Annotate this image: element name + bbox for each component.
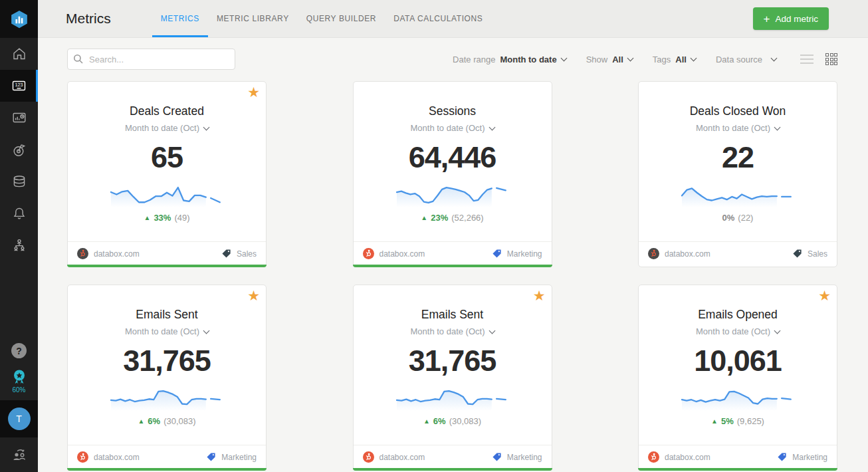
sidebar-item-home[interactable]	[0, 38, 38, 70]
chevron-down-icon	[771, 55, 778, 61]
card-footer: databox.com Marketing	[354, 241, 552, 267]
hubspot-icon	[363, 248, 374, 259]
source-label: databox.com	[94, 453, 140, 462]
chevron-down-icon	[627, 55, 633, 61]
filter-bar: Date range Month to date Show All Tags A…	[67, 49, 837, 70]
tag-label: Marketing	[507, 453, 542, 462]
tag-label: Sales	[808, 249, 827, 259]
tab-metric-library[interactable]: METRIC LIBRARY	[208, 0, 298, 37]
favorite-star-icon[interactable]: ★	[533, 288, 546, 304]
metric-card[interactable]: ★ Deals Closed Won Month to date (Oct) 2…	[638, 81, 837, 267]
top-bar: Metrics METRICS METRIC LIBRARY QUERY BUI…	[38, 0, 868, 38]
hubspot-icon	[77, 451, 88, 463]
sidebar-item-benchmarks[interactable]	[0, 229, 38, 261]
add-metric-button[interactable]: + Add metric	[753, 7, 829, 30]
tag-icon	[777, 452, 787, 462]
period-dropdown[interactable]: Month to date (Oct)	[696, 123, 780, 133]
favorite-star-icon[interactable]: ★	[818, 288, 831, 304]
metric-card[interactable]: ★ Sessions Month to date (Oct) 64,446 ▲ …	[353, 81, 552, 267]
progress-percent: 60%	[12, 386, 25, 394]
metric-title: Deals Created	[130, 104, 204, 118]
delta-row: ▲ 23% (52,266)	[421, 213, 483, 223]
achievement-badge[interactable]: 60%	[11, 369, 27, 394]
delta-previous-value: (49)	[174, 213, 189, 223]
metric-value: 65	[151, 141, 183, 174]
data-source-info: databox.com	[648, 451, 710, 463]
databox-logo-icon	[9, 9, 29, 29]
sparkline-chart	[394, 181, 511, 209]
data-source-info: databox.com	[363, 248, 425, 259]
account-switch[interactable]	[11, 437, 28, 472]
sidebar-item-alerts[interactable]	[0, 197, 38, 229]
chevron-down-icon	[203, 327, 210, 334]
chevron-down-icon	[774, 124, 781, 130]
tag[interactable]: Marketing	[206, 452, 257, 462]
card-accent-bar	[67, 265, 267, 267]
achievement-badge-icon	[11, 369, 27, 385]
avatar-block: T	[0, 400, 38, 437]
sidebar-item-data-manager[interactable]	[0, 166, 38, 197]
tag[interactable]: Sales	[792, 249, 827, 259]
tags-value: All	[675, 55, 687, 64]
delta-percent: 23%	[431, 213, 448, 223]
sidebar-bottom: ? 60% T	[0, 343, 38, 472]
data-source-filter[interactable]: Data source	[716, 55, 776, 64]
tag-icon	[492, 249, 502, 259]
avatar[interactable]: T	[8, 408, 31, 430]
source-label: databox.com	[665, 249, 710, 259]
source-label: databox.com	[380, 249, 425, 259]
show-filter[interactable]: Show All	[586, 55, 633, 64]
metric-card[interactable]: ★ Deals Created Month to date (Oct) 65 ▲…	[67, 81, 267, 267]
grid-view-icon[interactable]	[825, 53, 837, 65]
tab-query-builder[interactable]: QUERY BUILDER	[298, 0, 385, 37]
date-range-filter[interactable]: Date range Month to date	[453, 55, 566, 64]
card-accent-bar	[353, 468, 552, 471]
tag-label: Marketing	[792, 453, 827, 462]
card-accent-bar	[638, 265, 837, 267]
delta-row: ▲ 0% (22)	[722, 213, 754, 223]
date-range-label: Date range	[453, 55, 495, 64]
favorite-star-icon[interactable]: ★	[247, 84, 260, 100]
benchmarks-icon	[11, 237, 27, 253]
goals-icon	[11, 142, 27, 158]
period-dropdown[interactable]: Month to date (Oct)	[125, 123, 209, 133]
help-icon[interactable]: ?	[11, 343, 27, 358]
home-icon	[11, 46, 27, 62]
list-view-icon[interactable]	[800, 55, 814, 64]
tags-filter[interactable]: Tags All	[653, 55, 696, 64]
search-box	[67, 49, 235, 70]
databox-logo[interactable]	[0, 0, 38, 38]
tag[interactable]: Marketing	[492, 452, 542, 462]
period-dropdown[interactable]: Month to date (Oct)	[411, 123, 494, 133]
period-dropdown[interactable]: Month to date (Oct)	[696, 326, 780, 336]
card-footer: databox.com Marketing	[354, 445, 552, 470]
delta-previous-value: (30,083)	[163, 416, 195, 426]
sparkline-chart	[394, 384, 511, 412]
metric-title: Emails Sent	[136, 308, 197, 322]
tab-bar: METRICS METRIC LIBRARY QUERY BUILDER DAT…	[152, 0, 492, 37]
data-source-label: Data source	[716, 55, 762, 64]
tag[interactable]: Marketing	[492, 249, 542, 259]
tag[interactable]: Sales	[221, 249, 257, 259]
metric-card[interactable]: ★ Emails Sent Month to date (Oct) 31,765…	[353, 285, 552, 471]
tab-metrics[interactable]: METRICS	[152, 0, 208, 37]
tag[interactable]: Marketing	[777, 452, 827, 462]
sparkline-chart	[108, 181, 225, 209]
card-accent-bar	[67, 468, 267, 471]
sidebar-item-databoards[interactable]	[0, 102, 38, 134]
hubspot-icon	[648, 248, 659, 259]
delta-percent: 33%	[154, 213, 171, 223]
sidebar-item-metrics[interactable]: 123	[0, 70, 38, 102]
search-input[interactable]	[67, 49, 235, 70]
metric-card[interactable]: ★ Emails Opened Month to date (Oct) 10,0…	[638, 285, 837, 471]
favorite-star-icon[interactable]: ★	[247, 288, 260, 304]
period-label: Month to date (Oct)	[411, 326, 485, 336]
sidebar-item-goals[interactable]	[0, 134, 38, 166]
period-dropdown[interactable]: Month to date (Oct)	[125, 326, 209, 336]
data-source-info: databox.com	[363, 451, 425, 463]
metric-card[interactable]: ★ Emails Sent Month to date (Oct) 31,765…	[67, 285, 267, 471]
period-dropdown[interactable]: Month to date (Oct)	[411, 326, 494, 336]
delta-up-icon: ▲	[423, 417, 430, 425]
tab-data-calculations[interactable]: DATA CALCULATIONS	[385, 0, 491, 37]
tag-icon	[206, 452, 216, 462]
